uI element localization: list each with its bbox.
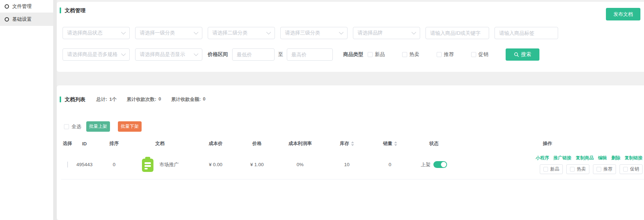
tag-checkbox-new[interactable]: 新品: [540, 164, 563, 174]
row-sales: 0: [363, 150, 417, 179]
col-actions: 操作: [451, 137, 644, 150]
stat-label: 累计收款金额:: [171, 96, 201, 103]
product-tag-input[interactable]: [494, 27, 558, 39]
product-id-keyword-input[interactable]: [426, 27, 489, 39]
min-price-input[interactable]: [232, 48, 275, 61]
type-checkbox-promo[interactable]: 促销: [471, 51, 488, 58]
mini-program-link[interactable]: 小程序: [536, 155, 549, 161]
select-all-label: 全选: [72, 123, 81, 130]
type-checkbox-new[interactable]: 新品: [368, 51, 385, 58]
status-label: 上架: [421, 162, 431, 168]
type-checkbox-recommend[interactable]: 推荐: [437, 51, 454, 58]
select-all-checkbox[interactable]: 全选: [64, 123, 81, 130]
select-category-level3[interactable]: 请选择三级分类: [280, 27, 348, 39]
publish-doc-button[interactable]: 发布文档: [606, 8, 640, 20]
col-sort: 排序: [95, 137, 133, 150]
sort-asc-icon[interactable]: [351, 141, 354, 143]
sort-desc-icon[interactable]: [394, 144, 397, 146]
checkbox-icon[interactable]: [64, 124, 69, 129]
tag-checkbox-recommend[interactable]: 推荐: [593, 164, 616, 174]
col-sales: 销量: [363, 137, 417, 150]
select-category-level1[interactable]: 请选择一级分类: [135, 27, 202, 39]
sidebar-item-label: 文件管理: [12, 3, 32, 10]
doc-list-panel: 文档列表 总计: 1个 累计收款次数: 0 累计收款金额: 0: [57, 85, 644, 220]
table-row: 495443 0 市场推广: [61, 150, 644, 179]
clipboard-list-icon: [141, 157, 154, 173]
select-multi-spec[interactable]: 请选择商品是否多规格: [63, 48, 130, 61]
row-stock: 10: [331, 150, 363, 179]
sort-desc-icon[interactable]: [351, 144, 354, 146]
search-button-label: 搜索: [521, 51, 531, 58]
stat-total: 总计: 1个: [96, 96, 117, 103]
chevron-down-icon: [266, 30, 271, 34]
search-icon: [514, 52, 519, 57]
col-stock-label: 库存: [340, 140, 349, 147]
doc-name[interactable]: 市场推广: [160, 162, 179, 168]
chevron-down-icon: [194, 30, 198, 34]
tag-checkbox-promo[interactable]: 促销: [620, 164, 643, 174]
col-status: 状态: [417, 137, 451, 150]
row-price: ¥ 1.00: [244, 150, 270, 179]
checkbox-icon[interactable]: [402, 52, 407, 57]
select-placeholder: 请选择一级分类: [140, 30, 175, 36]
select-placeholder: 请选择商品状态: [67, 30, 102, 36]
promo-link-link[interactable]: 推广链接: [553, 155, 571, 161]
toggle-knob: [441, 162, 446, 167]
checkbox-icon[interactable]: [471, 52, 476, 57]
circle-icon: [5, 17, 9, 22]
chevron-down-icon: [411, 30, 416, 34]
select-category-level2[interactable]: 请选择二级分类: [208, 27, 275, 39]
checkbox-icon[interactable]: [368, 52, 373, 57]
batch-off-shelf-button[interactable]: 批量下架: [118, 121, 142, 132]
sidebar-divider: [53, 0, 57, 220]
select-placeholder: 请选择三级分类: [285, 30, 320, 36]
tag-label: 新品: [550, 166, 559, 172]
page-title: 文档管理: [60, 8, 86, 13]
type-option-label: 热卖: [409, 51, 419, 58]
col-cost: 成本价: [187, 137, 244, 150]
sort-asc-icon[interactable]: [394, 141, 397, 143]
stat-value: 0: [158, 96, 161, 103]
col-sales-label: 销量: [383, 140, 392, 147]
delete-link[interactable]: 删除: [611, 155, 620, 161]
list-title: 文档列表: [60, 97, 86, 102]
search-button[interactable]: 搜索: [506, 48, 539, 61]
status-toggle[interactable]: [433, 161, 447, 168]
chevron-down-icon: [121, 30, 126, 34]
sidebar-item-file-management[interactable]: 文件管理: [0, 0, 53, 13]
type-option-label: 推荐: [444, 51, 454, 58]
type-checkbox-hot[interactable]: 热卖: [402, 51, 419, 58]
copy-url-link[interactable]: 复制链接: [625, 155, 643, 161]
checkbox-icon[interactable]: [597, 167, 601, 172]
select-product-status[interactable]: 请选择商品状态: [63, 27, 130, 39]
stat-label: 总计:: [96, 96, 107, 103]
tag-checkbox-hot[interactable]: 热卖: [566, 164, 589, 174]
row-checkbox[interactable]: [67, 162, 68, 168]
select-visibility[interactable]: 请选择商品是否显示: [135, 48, 202, 61]
checkbox-icon[interactable]: [543, 167, 548, 172]
edit-link[interactable]: 编辑: [598, 155, 607, 161]
price-to-label: 至: [278, 51, 283, 58]
max-price-input[interactable]: [287, 48, 333, 61]
sort-arrows[interactable]: [351, 141, 354, 146]
stat-payment-amount: 累计收款金额: 0: [171, 96, 206, 103]
tag-label: 推荐: [603, 166, 612, 172]
batch-actions-row: 全选 批量上架 批量下架: [64, 121, 644, 132]
checkbox-icon[interactable]: [570, 167, 575, 172]
sidebar-item-label: 基础设置: [12, 16, 32, 23]
price-range-label: 价格区间: [208, 51, 228, 58]
product-type-label: 商品类型: [343, 51, 363, 58]
copy-product-link[interactable]: 复制商品: [576, 155, 594, 161]
row-tag-checkboxes: 新品 热卖 推荐: [540, 164, 643, 174]
tag-label: 促销: [630, 166, 639, 172]
batch-on-shelf-button[interactable]: 批量上架: [86, 121, 110, 132]
select-placeholder: 请选择商品是否显示: [140, 51, 185, 58]
row-action-links: 小程序 推广链接 复制商品 编辑 删除 复制链接: [536, 155, 643, 161]
sort-arrows[interactable]: [394, 141, 397, 146]
checkbox-icon[interactable]: [437, 52, 442, 57]
stat-payment-count: 累计收款次数: 0: [127, 96, 161, 103]
checkbox-icon[interactable]: [623, 167, 628, 172]
sidebar-item-basic-settings[interactable]: 基础设置: [0, 13, 53, 26]
select-brand[interactable]: 请选择品牌: [353, 27, 420, 39]
circle-icon: [5, 4, 9, 9]
